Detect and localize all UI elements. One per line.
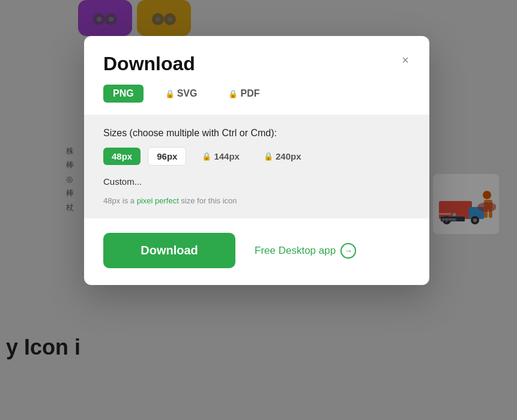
size-240-label: 240px	[276, 151, 301, 161]
size-48px-button[interactable]: 48px	[103, 148, 141, 165]
size-options: 48px 96px 🔒 144px 🔒 240px	[103, 147, 410, 166]
pixel-note-prefix: 48px is a	[103, 196, 137, 205]
desktop-app-label: Free Desktop app	[255, 245, 336, 257]
pdf-lock-icon: 🔒	[228, 89, 238, 98]
sizes-label: Sizes (choose multiple with Ctrl or Cmd)…	[103, 128, 410, 139]
arrow-circle-icon: →	[340, 243, 356, 259]
format-svg-button[interactable]: 🔒 SVG	[156, 85, 207, 103]
size-240-lock-icon: 🔒	[264, 152, 273, 161]
pixel-note-highlight: pixel perfect	[137, 196, 179, 205]
size-144-label: 144px	[214, 151, 240, 161]
format-svg-label: SVG	[177, 88, 198, 99]
modal-footer: Download Free Desktop app →	[84, 218, 429, 285]
download-button[interactable]: Download	[103, 233, 235, 268]
pixel-perfect-note: 48px is a pixel perfect size for this ic…	[103, 196, 410, 205]
format-pdf-button[interactable]: 🔒 PDF	[219, 85, 269, 103]
desktop-app-button[interactable]: Free Desktop app →	[255, 243, 356, 259]
format-pdf-label: PDF	[240, 88, 259, 99]
custom-size-button[interactable]: Custom...	[103, 173, 142, 190]
modal-title: Download	[103, 53, 410, 75]
size-144px-button[interactable]: 🔒 144px	[193, 148, 248, 165]
format-row: PNG 🔒 SVG 🔒 PDF	[84, 85, 429, 115]
sizes-section: Sizes (choose multiple with Ctrl or Cmd)…	[84, 115, 429, 218]
size-144-lock-icon: 🔒	[202, 152, 211, 161]
close-button[interactable]: ×	[396, 50, 415, 70]
modal-dialog: Download × PNG 🔒 SVG 🔒 PDF Sizes (choose…	[84, 36, 429, 285]
size-96px-button[interactable]: 96px	[148, 147, 186, 166]
modal-header: Download ×	[84, 36, 429, 85]
size-240px-button[interactable]: 🔒 240px	[255, 148, 310, 165]
pixel-note-suffix: size for this icon	[179, 196, 237, 205]
svg-lock-icon: 🔒	[165, 89, 175, 98]
format-png-button[interactable]: PNG	[103, 85, 144, 103]
